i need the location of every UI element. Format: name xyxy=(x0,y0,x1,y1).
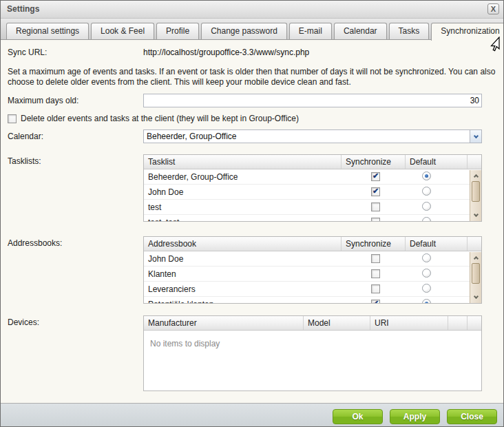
scroll-down-icon[interactable] xyxy=(470,211,481,220)
column-header-spacer xyxy=(468,155,481,169)
column-header-spacer xyxy=(468,237,481,251)
default-radio[interactable] xyxy=(422,284,431,293)
default-radio[interactable] xyxy=(422,253,431,262)
column-header-synchronize[interactable]: Synchronize xyxy=(342,237,406,251)
addressbooks-grid-header: Addressbook Synchronize Default xyxy=(144,237,481,251)
column-header-tasklist[interactable]: Tasklist xyxy=(144,155,342,169)
synchronize-checkbox[interactable] xyxy=(371,300,380,303)
scroll-up-icon[interactable] xyxy=(470,171,481,180)
description-text: Set a maximum age of events and tasks. I… xyxy=(8,67,498,87)
table-row[interactable]: test_test xyxy=(144,215,470,221)
table-row[interactable]: test xyxy=(144,200,470,215)
calendar-combobox-value: Beheerder, Group-Office xyxy=(144,130,470,143)
synchronize-checkbox[interactable] xyxy=(371,172,380,181)
addressbook-name: Klanten xyxy=(144,269,344,279)
devices-grid: Manufacturer Model URI No items to displ… xyxy=(143,315,482,391)
max-days-label: Maximum days old: xyxy=(8,94,143,105)
default-radio[interactable] xyxy=(422,202,431,211)
sync-url-label: Sync URL: xyxy=(8,45,143,57)
page-title: Settings xyxy=(1,1,503,14)
default-radio[interactable] xyxy=(422,187,431,196)
synchronize-checkbox[interactable] xyxy=(371,218,380,221)
addressbooks-label: Addressbooks: xyxy=(8,236,143,248)
tasklists-label: Tasklists: xyxy=(8,154,143,166)
synchronize-checkbox[interactable] xyxy=(371,202,380,211)
column-header-spacer xyxy=(468,316,481,330)
table-row[interactable]: Beheerder, Group-Office xyxy=(144,169,470,185)
default-radio[interactable] xyxy=(422,299,431,304)
tasklists-grid: Tasklist Synchronize Default Beheerder, … xyxy=(143,154,482,222)
tasklist-name: Beheerder, Group-Office xyxy=(144,172,344,182)
column-header-addressbook[interactable]: Addressbook xyxy=(144,237,342,251)
tasklist-name: test xyxy=(144,202,344,212)
tasklists-grid-body: Beheerder, Group-Office John Doe test xyxy=(144,169,481,221)
close-icon[interactable]: X xyxy=(487,3,499,14)
column-header-default[interactable]: Default xyxy=(406,237,468,251)
column-header-spacer xyxy=(448,316,468,330)
calendar-label: Calendar: xyxy=(8,129,143,141)
synchronize-checkbox[interactable] xyxy=(371,284,380,293)
default-radio[interactable] xyxy=(422,217,431,222)
scroll-down-icon[interactable] xyxy=(470,293,481,302)
addressbook-name: John Doe xyxy=(144,254,344,264)
default-radio[interactable] xyxy=(422,269,431,278)
max-days-input[interactable] xyxy=(143,94,482,107)
scrollbar-thumb[interactable] xyxy=(472,181,480,202)
devices-grid-body: No items to display xyxy=(144,331,481,390)
apply-button[interactable]: Apply xyxy=(390,409,440,424)
tab-tasks[interactable]: Tasks xyxy=(389,23,430,39)
scrollbar-thumb[interactable] xyxy=(472,263,480,284)
tab-calendar[interactable]: Calendar xyxy=(334,23,387,39)
column-header-uri[interactable]: URI xyxy=(370,316,448,330)
tab-look-and-feel[interactable]: Look & Feel xyxy=(91,23,154,39)
sync-url-value: http://localhost/groupoffice-3.3/www/syn… xyxy=(143,45,309,57)
table-row[interactable]: Potentiële klanten xyxy=(144,297,470,303)
delete-older-label: Delete older events and tasks at the cli… xyxy=(21,114,299,123)
calendar-combobox[interactable]: Beheerder, Group-Office xyxy=(143,129,482,143)
tab-change-password[interactable]: Change password xyxy=(201,23,287,39)
column-header-default[interactable]: Default xyxy=(406,155,468,169)
tab-email[interactable]: E-mail xyxy=(289,23,332,39)
column-header-manufacturer[interactable]: Manufacturer xyxy=(144,316,304,330)
tab-regional-settings[interactable]: Regional settings xyxy=(6,23,89,39)
mouse-cursor-icon xyxy=(490,37,501,52)
scrollbar[interactable] xyxy=(470,170,481,221)
scrollbar[interactable] xyxy=(470,252,481,303)
combo-trigger-button[interactable] xyxy=(470,130,481,143)
tab-strip: Regional settings Look & Feel Profile Ch… xyxy=(1,19,503,40)
table-row[interactable]: John Doe xyxy=(144,251,470,267)
empty-grid-text: No items to display xyxy=(144,331,481,348)
tasklist-name: John Doe xyxy=(144,187,344,197)
synchronize-checkbox[interactable] xyxy=(371,254,380,263)
button-bar: Ok Apply Close xyxy=(1,404,503,427)
tab-profile[interactable]: Profile xyxy=(156,23,199,39)
default-radio[interactable] xyxy=(422,171,431,180)
addressbooks-grid-body: John Doe Klanten Leveranciers xyxy=(144,251,481,303)
synchronization-panel: Sync URL: http://localhost/groupoffice-3… xyxy=(1,45,503,404)
chevron-down-icon xyxy=(473,133,478,138)
addressbooks-grid: Addressbook Synchronize Default John Doe… xyxy=(143,236,482,304)
ok-button[interactable]: Ok xyxy=(333,409,383,424)
column-header-model[interactable]: Model xyxy=(304,316,370,330)
tasklist-name: test_test xyxy=(144,218,344,222)
devices-grid-header: Manufacturer Model URI xyxy=(144,316,481,331)
addressbook-name: Leveranciers xyxy=(144,284,344,294)
table-row[interactable]: Klanten xyxy=(144,267,470,282)
tasklists-grid-header: Tasklist Synchronize Default xyxy=(144,155,481,169)
devices-label: Devices: xyxy=(8,315,143,327)
table-row[interactable]: Leveranciers xyxy=(144,282,470,297)
synchronize-checkbox[interactable] xyxy=(371,187,380,196)
addressbook-name: Potentiële klanten xyxy=(144,300,344,304)
column-header-synchronize[interactable]: Synchronize xyxy=(342,155,406,169)
close-button[interactable]: Close xyxy=(447,409,497,424)
scroll-up-icon[interactable] xyxy=(470,253,481,262)
title-bar: Settings X xyxy=(1,1,503,19)
table-row[interactable]: John Doe xyxy=(144,185,470,200)
settings-dialog: Settings X Regional settings Look & Feel… xyxy=(0,0,504,427)
synchronize-checkbox[interactable] xyxy=(371,269,380,278)
delete-older-checkbox[interactable] xyxy=(8,114,17,123)
